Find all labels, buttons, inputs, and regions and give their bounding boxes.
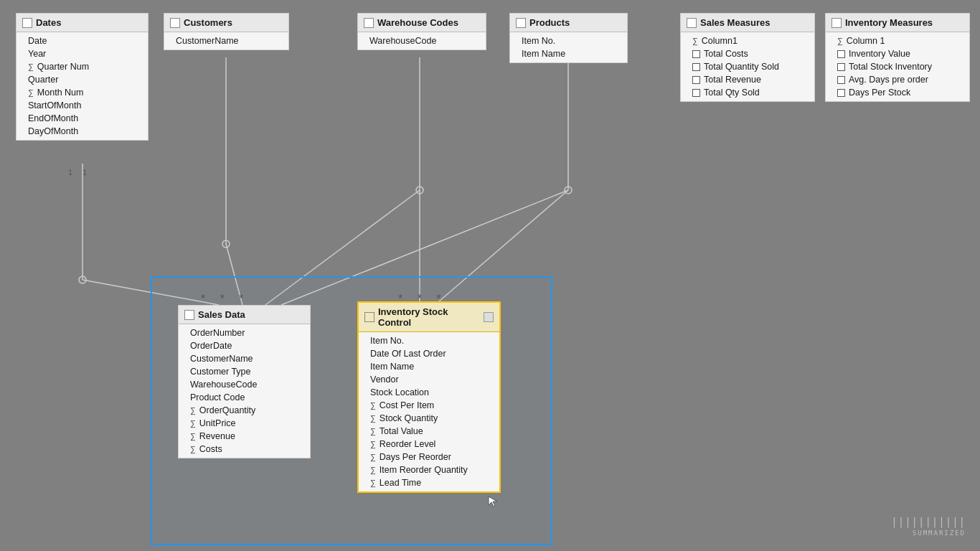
svg-line-11 bbox=[439, 190, 568, 301]
field-dayofmonth: DayOfMonth bbox=[17, 125, 148, 138]
watermark-bars: ||||||||||| bbox=[891, 515, 966, 529]
field-isc-days-per-reorder: ∑ Days Per Reorder bbox=[359, 451, 499, 463]
field-isc-item-no: Item No. bbox=[359, 334, 499, 347]
inventory-measures-icon bbox=[831, 18, 842, 28]
field-im-inventory-value: Inventory Value bbox=[826, 47, 969, 60]
dates-table[interactable]: Dates Date Year ∑ Quarter Num Quarter ∑ … bbox=[16, 13, 149, 141]
resize-handle[interactable] bbox=[484, 312, 494, 322]
field-im-column1: ∑ Column 1 bbox=[826, 34, 969, 47]
products-header: Products bbox=[510, 14, 627, 32]
field-month-num: ∑ Month Num bbox=[17, 86, 148, 99]
svg-point-2 bbox=[79, 276, 86, 283]
field-item-no: Item No. bbox=[510, 34, 627, 47]
inventory-measures-title: Inventory Measures bbox=[845, 17, 933, 28]
field-quarter-num: ∑ Quarter Num bbox=[17, 60, 148, 73]
sales-data-title: Sales Data bbox=[198, 309, 245, 320]
inventory-measures-body[interactable]: ∑ Column 1 Inventory Value Total Stock I… bbox=[826, 32, 969, 101]
field-warehousecode: WarehouseCode bbox=[358, 34, 486, 47]
products-title: Products bbox=[529, 17, 570, 28]
field-isc-stock-location: Stock Location bbox=[359, 386, 499, 399]
inventory-stock-control-title: Inventory Stock Control bbox=[378, 306, 480, 328]
dates-body[interactable]: Date Year ∑ Quarter Num Quarter ∑ Month … bbox=[17, 32, 148, 140]
sales-data-header: Sales Data bbox=[179, 306, 310, 324]
field-customername: CustomerName bbox=[164, 34, 288, 47]
field-isc-cost-per-item: ∑ Cost Per Item bbox=[359, 399, 499, 412]
sales-measures-icon bbox=[687, 18, 697, 28]
products-body: Item No. Item Name bbox=[510, 32, 627, 62]
sales-data-table[interactable]: Sales Data OrderNumber OrderDate Custome… bbox=[178, 305, 311, 458]
dates-header: Dates bbox=[17, 14, 148, 32]
svg-text:1: 1 bbox=[83, 168, 87, 176]
inventory-stock-control-body[interactable]: Item No. Date Of Last Order Item Name Ve… bbox=[359, 332, 499, 491]
inventory-stock-control-icon bbox=[364, 312, 374, 322]
field-im-total-stock: Total Stock Inventory bbox=[826, 60, 969, 73]
field-sm-total-qty-sold: Total Quantity Sold bbox=[681, 60, 814, 73]
products-table[interactable]: Products Item No. Item Name bbox=[509, 13, 628, 63]
field-sd-revenue: ∑ Revenue bbox=[179, 430, 310, 443]
sales-data-body: OrderNumber OrderDate CustomerName Custo… bbox=[179, 324, 310, 458]
field-endofmonth: EndOfMonth bbox=[17, 112, 148, 125]
sales-measures-body[interactable]: ∑ Column1 Total Costs Total Quantity Sol… bbox=[681, 32, 814, 101]
field-item-name: Item Name bbox=[510, 47, 627, 60]
field-sd-unitprice: ∑ UnitPrice bbox=[179, 417, 310, 430]
svg-point-5 bbox=[222, 240, 230, 248]
warehouse-codes-body: WarehouseCode bbox=[358, 32, 486, 50]
field-sm-total-revenue: Total Revenue bbox=[681, 73, 814, 86]
field-isc-item-name: Item Name bbox=[359, 360, 499, 373]
watermark: ||||||||||| SUMMARIZED bbox=[891, 515, 966, 538]
mouse-cursor bbox=[487, 495, 500, 508]
field-sd-product-code: Product Code bbox=[179, 391, 310, 404]
field-isc-date-last-order: Date Of Last Order bbox=[359, 347, 499, 360]
warehouse-codes-icon bbox=[364, 18, 374, 28]
field-startofmonth: StartOfMonth bbox=[17, 99, 148, 112]
sales-data-star-labels: * * * bbox=[201, 293, 250, 306]
field-sd-costs: ∑ Costs bbox=[179, 443, 310, 456]
products-icon bbox=[516, 18, 526, 28]
customers-body: CustomerName bbox=[164, 32, 288, 50]
field-sd-warehousecode: WarehouseCode bbox=[179, 378, 310, 391]
field-sm-total-costs: Total Costs bbox=[681, 47, 814, 60]
field-year: Year bbox=[17, 47, 148, 60]
svg-line-12 bbox=[281, 190, 568, 305]
sales-measures-header: Sales Measures bbox=[681, 14, 814, 32]
field-sm-column1: ∑ Column1 bbox=[681, 34, 814, 47]
warehouse-codes-title: Warehouse Codes bbox=[377, 17, 458, 28]
sales-measures-table[interactable]: Sales Measures ∑ Column1 Total Costs Tot… bbox=[680, 13, 815, 102]
inventory-measures-header: Inventory Measures bbox=[826, 14, 969, 32]
svg-marker-21 bbox=[489, 496, 497, 507]
svg-line-7 bbox=[265, 190, 420, 305]
field-quarter: Quarter bbox=[17, 73, 148, 86]
inventory-measures-table[interactable]: Inventory Measures ∑ Column 1 Inventory … bbox=[825, 13, 970, 102]
customers-table[interactable]: Customers CustomerName bbox=[164, 13, 289, 50]
field-sd-orderqty: ∑ OrderQuantity bbox=[179, 404, 310, 417]
svg-point-9 bbox=[416, 187, 423, 194]
warehouse-codes-header: Warehouse Codes bbox=[358, 14, 486, 32]
watermark-text: SUMMARIZED bbox=[891, 529, 966, 538]
field-isc-vendor: Vendor bbox=[359, 373, 499, 386]
field-sd-orderdate: OrderDate bbox=[179, 339, 310, 352]
customers-title: Customers bbox=[184, 17, 232, 28]
field-im-days-per-stock: Days Per Stock bbox=[826, 86, 969, 99]
dates-icon bbox=[22, 18, 32, 28]
svg-point-13 bbox=[565, 187, 572, 194]
inventory-stock-control-header: Inventory Stock Control bbox=[359, 303, 499, 332]
field-isc-total-value: ∑ Total Value bbox=[359, 425, 499, 438]
field-isc-lead-time: ∑ Lead Time bbox=[359, 476, 499, 489]
sales-measures-title: Sales Measures bbox=[700, 17, 771, 28]
inventory-stock-control-table[interactable]: Inventory Stock Control Item No. Date Of… bbox=[357, 301, 501, 493]
field-isc-reorder-level: ∑ Reorder Level bbox=[359, 438, 499, 451]
field-date: Date bbox=[17, 34, 148, 47]
field-sd-customer-type: Customer Type bbox=[179, 365, 310, 378]
sales-data-icon bbox=[184, 310, 194, 320]
field-sd-ordernumber: OrderNumber bbox=[179, 326, 310, 339]
field-isc-stock-qty: ∑ Stock Quantity bbox=[359, 412, 499, 425]
field-im-avg-days: Avg. Days pre order bbox=[826, 73, 969, 86]
dates-title: Dates bbox=[36, 17, 61, 28]
field-isc-item-reorder-qty: ∑ Item Reorder Quantity bbox=[359, 463, 499, 476]
svg-line-1 bbox=[83, 280, 219, 305]
warehouse-codes-table[interactable]: Warehouse Codes WarehouseCode bbox=[357, 13, 486, 50]
field-sd-customername: CustomerName bbox=[179, 352, 310, 365]
svg-text:1: 1 bbox=[68, 168, 72, 176]
field-sm-qty: Total Qty Sold bbox=[681, 86, 814, 99]
customers-icon bbox=[170, 18, 180, 28]
